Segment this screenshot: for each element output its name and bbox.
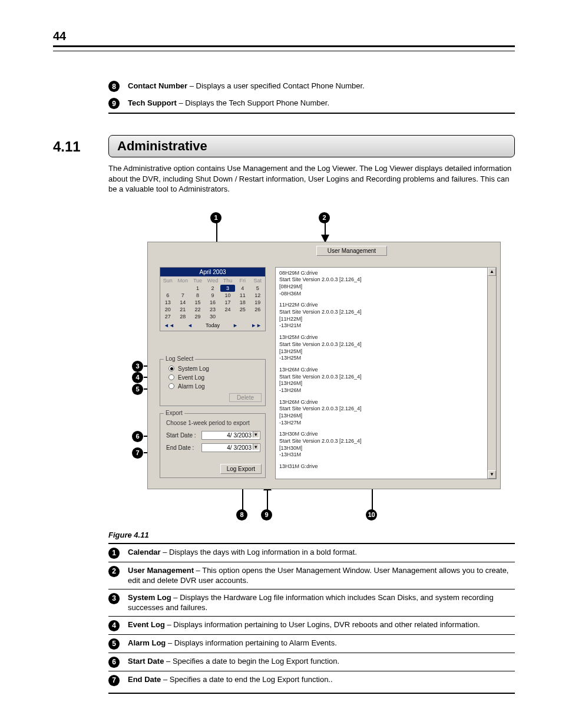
log-entry[interactable]: 13H30M G:driveStart Site Version 2.0.0.3…: [279, 431, 491, 459]
log-entry[interactable]: 13H31M G:drive: [279, 463, 491, 470]
log-select-group: Log Select System Log Event Log Alarm Lo…: [160, 359, 266, 406]
calendar-dow: Tue: [190, 276, 205, 285]
calendar-grid[interactable]: SunMonTueWedThuFriSat1234567891011121314…: [160, 276, 265, 320]
cal-next-month-icon[interactable]: ►: [233, 322, 238, 328]
radio-event-log-label: Event Log: [178, 374, 204, 381]
calendar-nav[interactable]: ◄◄ ◄ Today ► ►►: [160, 320, 265, 331]
calendar-day[interactable]: 27: [160, 313, 175, 320]
cal-next-year-icon[interactable]: ►►: [251, 322, 262, 328]
radio-dot-icon: [168, 383, 174, 389]
figure-wrapper: 1 2 3 4 5 6 7 8 9 10 User Management Apr…: [88, 212, 515, 525]
log-select-legend: Log Select: [164, 355, 195, 362]
figure-caption: Figure 4.11: [108, 531, 515, 539]
log-entry[interactable]: 08H29M G:driveStart Site Version 2.0.0.3…: [279, 270, 491, 298]
scroll-down-icon[interactable]: ▼: [488, 470, 496, 479]
end-date-label: End Date :: [166, 444, 201, 451]
num-badge: 6: [108, 657, 120, 668]
calendar-day[interactable]: 18: [235, 299, 250, 306]
calendar-day[interactable]: 16: [205, 299, 220, 306]
top-item-text: Tech Support – Displays the Tech Support…: [128, 98, 329, 108]
scroll-up-icon[interactable]: ▲: [488, 268, 496, 276]
callout-badge-3: 3: [132, 361, 143, 372]
calendar-day[interactable]: 4: [235, 285, 250, 292]
calendar-day[interactable]: 23: [205, 306, 220, 313]
calendar[interactable]: April 2003 SunMonTueWedThuFriSat12345678…: [160, 267, 266, 331]
end-date-field[interactable]: 4/ 3/2003: [201, 443, 260, 452]
radio-event-log[interactable]: Event Log: [168, 374, 260, 381]
radio-alarm-log[interactable]: Alarm Log: [168, 383, 260, 390]
log-listing[interactable]: 08H29M G:driveStart Site Version 2.0.0.3…: [275, 267, 493, 479]
top-item: 8Contact Number – Displays a user specif…: [108, 81, 515, 92]
callout-badge-9: 9: [261, 509, 272, 521]
calendar-day[interactable]: 21: [175, 306, 190, 313]
log-entry[interactable]: 13H26M G:driveStart Site Version 2.0.0.3…: [279, 399, 491, 427]
calendar-day[interactable]: 5: [250, 285, 265, 292]
cal-prev-month-icon[interactable]: ◄: [187, 322, 193, 328]
num-badge: 7: [108, 675, 120, 686]
calendar-day[interactable]: 1: [190, 285, 205, 292]
export-group: Export Choose 1-week period to export St…: [160, 413, 266, 478]
legend-text: Event Log – Displays information pertain…: [128, 620, 515, 630]
calendar-day[interactable]: 30: [205, 313, 220, 320]
calendar-day[interactable]: 19: [250, 299, 265, 306]
callout-badge-2: 2: [319, 212, 330, 223]
scrollbar-vertical[interactable]: ▲ ▼: [487, 267, 497, 479]
cal-prev-year-icon[interactable]: ◄◄: [164, 322, 174, 328]
calendar-day[interactable]: 6: [160, 292, 175, 299]
calendar-day[interactable]: 8: [190, 292, 205, 299]
calendar-day[interactable]: 2: [205, 285, 220, 292]
start-date-field[interactable]: 4/ 3/2003: [201, 431, 260, 440]
section-title-bar: Administrative: [108, 135, 515, 157]
calendar-day[interactable]: 24: [220, 306, 235, 313]
calendar-day[interactable]: 7: [175, 292, 190, 299]
calendar-day[interactable]: 26: [250, 306, 265, 313]
legend-text: Calendar – Displays the days with Log in…: [128, 547, 515, 558]
legend-text: Alarm Log – Displays information pertain…: [128, 638, 515, 648]
legend-row: 3System Log – Displays the Hardware Log …: [108, 589, 515, 617]
calendar-day: [175, 285, 190, 292]
start-date-label: Start Date :: [166, 432, 201, 439]
calendar-day[interactable]: 9: [205, 292, 220, 299]
legend-rule-bottom: [108, 693, 515, 694]
rule-top-thick: [53, 45, 515, 47]
callout-badge-7: 7: [132, 447, 143, 459]
log-entry[interactable]: 13H26M G:driveStart Site Version 2.0.0.3…: [279, 367, 491, 394]
log-entry[interactable]: 13H25M G:driveStart Site Version 2.0.0.3…: [279, 334, 491, 362]
calendar-day[interactable]: 13: [160, 299, 175, 306]
user-management-button[interactable]: User Management: [316, 246, 387, 256]
calendar-day[interactable]: 25: [235, 306, 250, 313]
log-export-button[interactable]: Log Export: [220, 464, 262, 474]
cal-today-button[interactable]: Today: [206, 322, 220, 328]
radio-dot-icon: [168, 365, 174, 371]
calendar-dow: Fri: [235, 276, 250, 285]
top-item-text: Contact Number – Displays a user specifi…: [128, 81, 365, 91]
legend-table: 1Calendar – Displays the days with Log i…: [108, 544, 515, 689]
num-badge: 9: [108, 98, 120, 109]
calendar-day[interactable]: 20: [160, 306, 175, 313]
calendar-day[interactable]: 17: [220, 299, 235, 306]
callout-badge-6: 6: [132, 431, 143, 442]
log-entry[interactable]: 11H22M G:driveStart Site Version 2.0.0.3…: [279, 302, 491, 330]
num-badge: 3: [108, 593, 120, 604]
legend-row: 7End Date – Specifies a date to end the …: [108, 671, 515, 689]
calendar-day[interactable]: 28: [175, 313, 190, 320]
calendar-day[interactable]: 10: [220, 292, 235, 299]
calendar-title: April 2003: [160, 268, 265, 276]
calendar-day[interactable]: 22: [190, 306, 205, 313]
num-badge: 4: [108, 620, 120, 631]
calendar-day: [220, 313, 235, 320]
legend-row: 5Alarm Log – Displays information pertai…: [108, 635, 515, 653]
calendar-day[interactable]: 12: [250, 292, 265, 299]
calendar-day[interactable]: 29: [190, 313, 205, 320]
export-hint: Choose 1-week period to export: [166, 420, 260, 426]
legend-row: 6Start Date – Specifies a date to begin …: [108, 653, 515, 671]
delete-button[interactable]: Delete: [229, 393, 262, 402]
calendar-day[interactable]: 11: [235, 292, 250, 299]
calendar-day[interactable]: 3: [220, 285, 235, 292]
legend-text: User Management – This option opens the …: [128, 565, 515, 586]
calendar-day[interactable]: 14: [175, 299, 190, 306]
callout-badge-10: 10: [366, 509, 377, 521]
radio-system-log[interactable]: System Log: [168, 365, 260, 372]
legend-text: End Date – Specifies a date to end the L…: [128, 674, 515, 685]
calendar-day[interactable]: 15: [190, 299, 205, 306]
